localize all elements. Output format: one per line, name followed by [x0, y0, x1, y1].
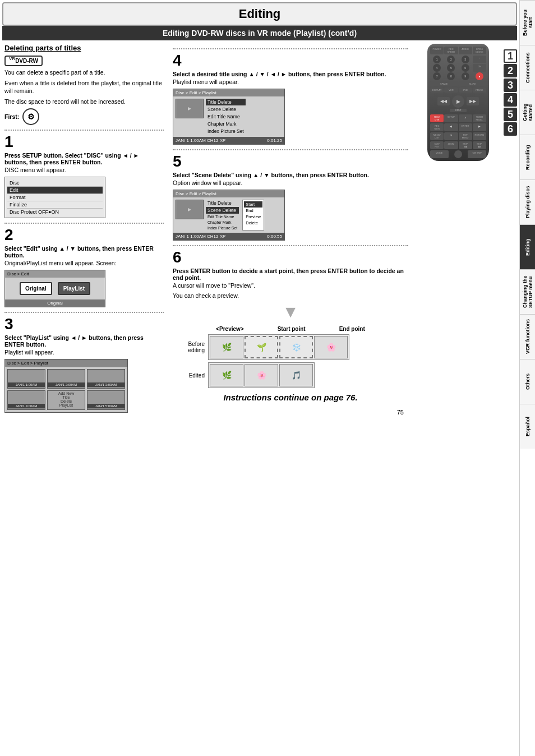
- step6-desc1: A cursor will move to "Preview".: [173, 282, 408, 289]
- step1-menu: Disc Edit Format Finalize Disc Protect O…: [4, 177, 105, 218]
- body-area: Deleting parts of titles VR DVD-RW You c…: [0, 40, 519, 756]
- page-number: 75: [173, 407, 408, 418]
- edited-label: Edited: [177, 372, 208, 379]
- playlist-button[interactable]: PlayList: [58, 282, 90, 295]
- step-indicator-5: 5: [504, 108, 517, 121]
- vr-text: VR: [9, 56, 15, 61]
- stop-btn[interactable]: STOP: [450, 109, 467, 112]
- main-content: Editing Editing DVD-RW discs in VR mode …: [0, 0, 519, 756]
- menu-item-finalize: Finalize: [7, 201, 103, 209]
- remote-control: POWER RECSPEED AUDIO OPEN/CLOSE 1 2 3 ↑ …: [415, 44, 501, 161]
- step6-divider: [173, 245, 408, 246]
- step2-divider: [4, 223, 164, 224]
- sidebar-tab-before[interactable]: Before you start: [520, 0, 535, 45]
- opt5-chapter-mark: Chapter Mark: [206, 220, 239, 225]
- first-label: First: ⚙: [4, 108, 164, 125]
- edited-row: Edited 🌿 🌸 🎵: [177, 362, 404, 388]
- sidebar-tab-vcr[interactable]: VCR functions: [520, 314, 535, 359]
- frame-e1: 🌿: [210, 364, 243, 386]
- intro-text-2: Even when a title is deleted from the pl…: [4, 79, 164, 95]
- sub-opt-end: End: [244, 208, 262, 214]
- original-button[interactable]: Original: [20, 282, 52, 295]
- before-frames: 🌿 🌱 ❄️ 🌸: [208, 334, 349, 360]
- frame-e2: 🌸: [245, 364, 278, 386]
- remote-body: POWER RECSPEED AUDIO OPEN/CLOSE 1 2 3 ↑ …: [427, 44, 489, 161]
- step-indicator-3: 3: [504, 79, 517, 92]
- disc-edit-content: Original PlayList: [5, 278, 105, 299]
- right-column: POWER RECSPEED AUDIO OPEN/CLOSE 1 2 3 ↑ …: [413, 40, 519, 756]
- remote-dpad-row: RECMON ◀ ENTER ▶: [430, 123, 486, 131]
- intro-text-3: The disc space to record will not be inc…: [4, 98, 164, 106]
- step2-number: 2: [4, 226, 164, 244]
- opt5-title-delete: Title Delete: [206, 200, 239, 206]
- opt-edit-title: Edit Title Name: [206, 113, 246, 120]
- step5-instruction: Select "Scene Delete" using ▲ / ▼ button…: [173, 172, 408, 178]
- step4-thumbnail: ▶: [176, 99, 204, 118]
- frame-b2: 🌱: [245, 336, 278, 358]
- step1-divider: [4, 130, 164, 131]
- step2-screen: Disc > Edit Original PlayList Original: [4, 270, 105, 307]
- play-btn[interactable]: ▶: [452, 95, 464, 108]
- step4-footer: JAN/ 1 1:00AM CH12 XP 0:01:25: [173, 137, 284, 144]
- remote-display-row: DISPLAY VCR DVD PAUSE: [430, 87, 486, 93]
- sidebar-tab-playing[interactable]: Playing discs: [520, 179, 535, 224]
- step-numbers-right: 1 2 3 4 5 6: [504, 44, 517, 161]
- step-indicator-6: 6: [504, 122, 517, 136]
- step3-divider: [4, 312, 164, 313]
- menu-item-format: Format: [7, 194, 103, 201]
- step5-menu-content: ▶ Title Delete Scene Delete Edit Title N…: [173, 197, 284, 233]
- step3-number: 3: [4, 315, 164, 333]
- sub-opt-preview: Preview: [244, 214, 262, 220]
- remote-row5: MENU/LIST ▼ TOPMENU RETURN: [430, 132, 486, 140]
- middle-column: 4 Select a desired title using ▲ / ▼ / ◄…: [168, 40, 413, 756]
- sidebar-tab-setup[interactable]: Changing the SETUP menu: [520, 269, 535, 314]
- step-indicator-2: 2: [504, 64, 517, 77]
- remote-numpad: 1 2 3 ↑ 4 5 6 ON 7 8 9 ●: [430, 56, 486, 80]
- step5-menu-header: Disc > Edit > Playlist: [173, 190, 284, 197]
- step1-instruction: Press SETUP button. Select "DISC" using …: [4, 152, 164, 165]
- frame-b1: 🌿: [210, 336, 243, 358]
- continue-note: Instructions continue on page 76.: [173, 393, 408, 402]
- frame-e3: 🎵: [279, 364, 313, 386]
- sidebar-tab-espanol[interactable]: Español: [520, 404, 535, 449]
- ffwd-btn[interactable]: ▶▶: [467, 97, 479, 105]
- grid-thumb-add: Add NewTitleDeletePlayList: [47, 390, 85, 410]
- before-editing-row: Beforeediting 🌿 🌱 ❄️ 🌸: [177, 334, 404, 360]
- menu-item-edit: Edit: [7, 187, 103, 194]
- rewind-btn[interactable]: ◀◀: [437, 97, 450, 105]
- opt5-index: Index Picture Set: [206, 225, 239, 231]
- step6-instruction: Press ENTER button to decide a start poi…: [173, 268, 408, 281]
- remote-row7: VOICE CM SKIP: [430, 150, 486, 158]
- step-indicator-4: 4: [504, 93, 517, 107]
- grid-thumb-2: JAN/1 2:00AM: [47, 369, 85, 389]
- disc-edit-header: Disc > Edit: [5, 270, 105, 278]
- opt-index: Index Picture Set: [206, 128, 246, 135]
- remote-play-area: ◀◀ ▶ ▶▶ STOP: [430, 95, 486, 112]
- step1-number: 1: [4, 133, 164, 151]
- sidebar-tab-editing[interactable]: Editing: [520, 224, 535, 269]
- step4-desc: Playlist menu will appear.: [173, 79, 408, 85]
- step5-menu: Disc > Edit > Playlist ▶ Title Delete Sc…: [173, 190, 285, 241]
- menu-item-protect: Disc Protect OFF●ON: [7, 209, 103, 215]
- subsection-title: Deleting parts of titles: [4, 44, 164, 52]
- sidebar-tab-recording[interactable]: Recording: [520, 135, 535, 179]
- opt5-edit-title: Edit Title Name: [206, 214, 239, 219]
- sidebar-tab-getting-started[interactable]: Getting started: [520, 90, 535, 135]
- page-title: Editing: [2, 2, 517, 26]
- step5-options: Title Delete Scene Delete Edit Title Nam…: [206, 200, 239, 231]
- step5-desc: Option window will appear.: [173, 179, 408, 186]
- step4-divider: [173, 48, 408, 49]
- sub-options: Start End Preview Delete: [242, 200, 264, 231]
- step4-options: Title Delete Scene Delete Edit Title Nam…: [206, 99, 246, 135]
- left-column: Deleting parts of titles VR DVD-RW You c…: [0, 40, 168, 756]
- sidebar-tab-connections[interactable]: Connections: [520, 45, 535, 90]
- frame-b3: ❄️: [279, 336, 313, 358]
- remote-row6: CLR/RST ZOOM SKIP◀◀ SKIP▶▶: [430, 141, 486, 149]
- section-header: Editing DVD-RW discs in VR mode (Playlis…: [2, 26, 517, 40]
- step-indicator-1: 1: [504, 49, 517, 63]
- preview-arrow: ▼: [173, 302, 408, 321]
- opt-scene-delete: Scene Delete: [206, 106, 246, 113]
- step5-divider: [173, 149, 408, 150]
- sidebar-tab-others[interactable]: Others: [520, 359, 535, 404]
- step3-desc: Playlist will appear.: [4, 349, 164, 356]
